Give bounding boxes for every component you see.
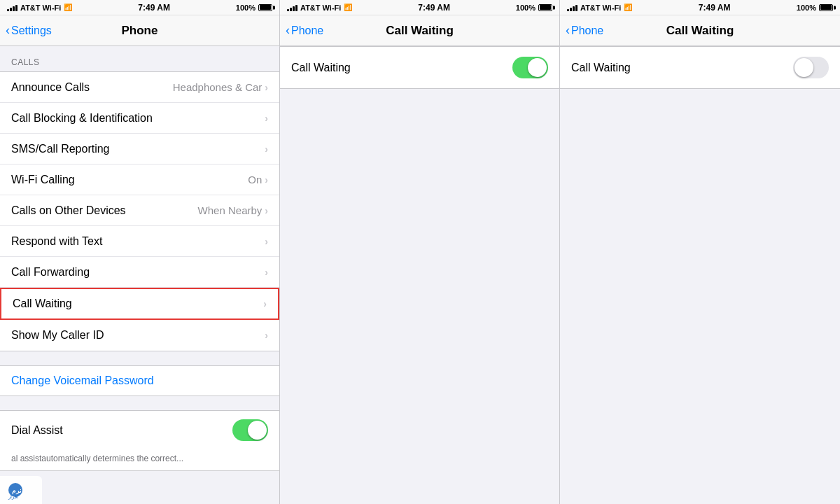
signal-icon [7, 4, 18, 11]
section-header-calls: CALLS [0, 46, 279, 71]
dial-assist-section: Dial Assist al assistautomatically deter… [0, 410, 279, 471]
battery-icon [258, 4, 272, 11]
back-chevron-icon: ‹ [286, 24, 290, 36]
chevron-right-icon: › [265, 113, 268, 124]
item-label: Show My Caller ID [11, 329, 265, 342]
svg-text:افزار: افزار [8, 494, 18, 500]
status-right: 100% [236, 4, 272, 12]
chevron-right-icon: › [263, 298, 267, 309]
list-item-caller-id[interactable]: Show My Caller ID › [0, 320, 279, 351]
chevron-right-icon: › [265, 82, 268, 93]
left-panel: AT&T Wi-Fi 📶 7:49 AM 100% ‹ Settings Pho… [0, 0, 280, 504]
carrier-label: AT&T Wi-Fi [580, 4, 621, 12]
carrier-label: AT&T Wi-Fi [300, 4, 341, 12]
battery-percent: 100% [797, 4, 816, 12]
list-item-call-blocking[interactable]: Call Blocking & Identification › [0, 103, 279, 134]
item-label: Call Blocking & Identification [11, 112, 265, 125]
chevron-right-icon: › [265, 236, 268, 247]
dial-assist-toggle[interactable] [232, 419, 268, 441]
list-item-call-forwarding[interactable]: Call Forwarding › [0, 257, 279, 288]
back-label-middle: Phone [291, 24, 323, 37]
item-right: › [265, 236, 268, 247]
change-voicemail-link[interactable]: Change Voicemail Password [0, 365, 279, 396]
setting-label-right: Call Waiting [571, 62, 631, 74]
item-label: SMS/Call Reporting [11, 143, 265, 155]
list-item-call-waiting[interactable]: Call Waiting › [0, 288, 279, 320]
carrier-label: AT&T Wi-Fi [20, 4, 61, 12]
chevron-right-icon: › [265, 174, 268, 186]
wifi-icon: 📶 [624, 4, 632, 11]
battery-percent: 100% [236, 4, 255, 12]
time-label: 7:49 AM [418, 3, 450, 13]
back-button-middle[interactable]: ‹ Phone [286, 24, 323, 37]
item-value: When Nearby [198, 204, 262, 216]
item-right: When Nearby › [198, 204, 268, 216]
item-value: On [248, 174, 262, 186]
status-left: AT&T Wi-Fi 📶 [567, 4, 632, 12]
nav-title-right: Call Waiting [666, 24, 734, 38]
battery-icon [538, 4, 552, 11]
item-label: Calls on Other Devices [11, 204, 198, 217]
back-label-right: Phone [571, 24, 603, 37]
wifi-icon: 📶 [64, 4, 72, 11]
nav-bar-right: ‹ Phone Call Waiting [560, 15, 840, 46]
item-right: › [265, 330, 268, 341]
nav-bar-middle: ‹ Phone Call Waiting [280, 15, 559, 46]
call-waiting-setting-row-on: Call Waiting [280, 46, 559, 89]
item-label: Respond with Text [11, 235, 265, 248]
wifi-icon: 📶 [344, 4, 352, 11]
dial-assist-row: Dial Assist [0, 411, 279, 449]
item-right: Headphones & Car › [173, 81, 268, 93]
list-item-sms-reporting[interactable]: SMS/Call Reporting › [0, 134, 279, 164]
back-button-left[interactable]: ‹ Settings [6, 24, 52, 37]
back-label-left: Settings [11, 24, 52, 37]
list-item-wifi-calling[interactable]: Wi-Fi Calling On › [0, 164, 279, 195]
call-waiting-toggle-off[interactable] [793, 57, 829, 78]
item-value: Headphones & Car [173, 81, 262, 93]
middle-panel: AT&T Wi-Fi 📶 7:49 AM 100% ‹ Phone Call W… [280, 0, 560, 504]
list-item-announce-calls[interactable]: Announce Calls Headphones & Car › [0, 72, 279, 103]
signal-icon [567, 4, 578, 11]
battery-icon [819, 4, 833, 11]
call-waiting-toggle-on[interactable] [512, 57, 548, 78]
right-panel: AT&T Wi-Fi 📶 7:49 AM 100% ‹ Phone Call W… [560, 0, 840, 504]
item-label: Wi-Fi Calling [11, 174, 248, 186]
setting-label-middle: Call Waiting [291, 62, 351, 74]
nav-title-left: Phone [122, 24, 158, 38]
battery-percent: 100% [516, 4, 536, 12]
watermark-logo: نرم افزار [7, 479, 35, 500]
item-right: › [263, 298, 267, 309]
status-bar-middle: AT&T Wi-Fi 📶 7:49 AM 100% [280, 0, 559, 15]
item-right: › [265, 144, 268, 155]
chevron-right-icon: › [265, 205, 268, 216]
link-text: Change Voicemail Password [11, 374, 154, 387]
nav-title-middle: Call Waiting [386, 24, 454, 38]
dial-assist-label: Dial Assist [11, 424, 63, 437]
back-button-right[interactable]: ‹ Phone [566, 24, 603, 37]
watermark: نرم افزار [0, 476, 42, 504]
status-bar-right: AT&T Wi-Fi 📶 7:49 AM 100% [560, 0, 840, 15]
chevron-right-icon: › [265, 144, 268, 155]
dial-assist-description: al assistautomatically determines the co… [0, 449, 279, 470]
status-right: 100% [797, 4, 833, 12]
chevron-right-icon: › [265, 330, 268, 341]
list-item-respond-text[interactable]: Respond with Text › [0, 226, 279, 257]
status-left: AT&T Wi-Fi 📶 [7, 4, 72, 12]
item-right: On › [248, 174, 268, 186]
back-chevron-icon: ‹ [566, 24, 570, 36]
nav-bar-left: ‹ Settings Phone [0, 15, 279, 46]
status-left: AT&T Wi-Fi 📶 [287, 4, 352, 12]
time-label: 7:49 AM [699, 3, 731, 13]
time-label: 7:49 AM [138, 3, 170, 13]
chevron-right-icon: › [265, 267, 268, 278]
item-label: Announce Calls [11, 81, 173, 94]
back-chevron-icon: ‹ [6, 24, 10, 36]
list-item-calls-other-devices[interactable]: Calls on Other Devices When Nearby › [0, 195, 279, 226]
item-right: › [265, 267, 268, 278]
call-waiting-setting-row-off: Call Waiting [560, 46, 840, 89]
item-label: Call Waiting [13, 298, 263, 310]
item-right: › [265, 113, 268, 124]
calls-list: Announce Calls Headphones & Car › Call B… [0, 71, 279, 351]
item-label: Call Forwarding [11, 266, 265, 279]
status-bar-left: AT&T Wi-Fi 📶 7:49 AM 100% [0, 0, 279, 15]
